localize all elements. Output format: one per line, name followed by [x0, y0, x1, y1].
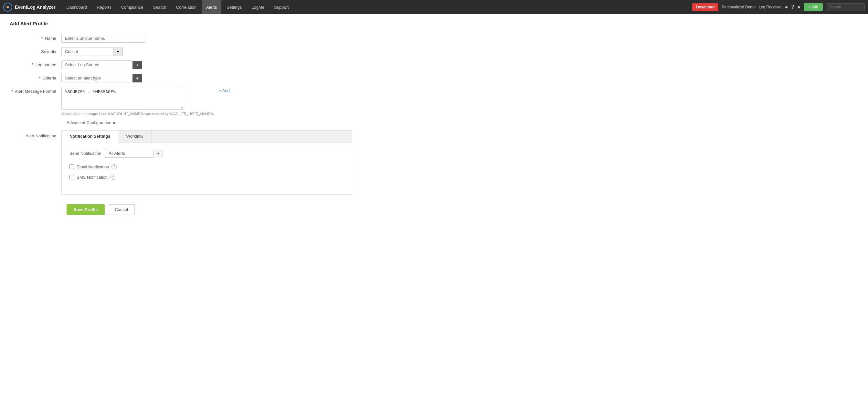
app-logo: EventLog Analyzer: [3, 3, 56, 12]
sms-notification-checkbox[interactable]: [69, 175, 74, 179]
criteria-add-button[interactable]: +: [132, 74, 142, 83]
criteria-label: * Criteria: [10, 74, 61, 81]
send-notification-dropdown-button[interactable]: ▼: [154, 150, 163, 157]
nav-item-correlation[interactable]: Correlation: [172, 0, 201, 14]
cancel-button[interactable]: Cancel: [108, 204, 134, 215]
nav-item-reports[interactable]: Reports: [92, 0, 116, 14]
nav-right-actions: Download Personalized Demo Log Receiver …: [692, 3, 865, 11]
search-input[interactable]: [826, 3, 865, 11]
send-notification-select-combo: All Alerts First Alert Only Every Alert …: [105, 149, 163, 158]
nav-item-compliance[interactable]: Compliance: [117, 0, 148, 14]
footer-buttons: Save Profile Cancel: [67, 204, 858, 215]
bell-icon[interactable]: ●: [785, 4, 788, 10]
tab-workflow[interactable]: Workflow: [118, 130, 151, 142]
personalized-demo-link[interactable]: Personalized Demo: [722, 5, 755, 9]
log-source-input[interactable]: [61, 60, 132, 69]
nav-item-settings[interactable]: Settings: [222, 0, 246, 14]
notification-tabs: Notification Settings Workflow: [62, 130, 352, 143]
nav-item-alerts[interactable]: Alerts: [202, 0, 221, 14]
name-label: * Name: [10, 34, 61, 41]
criteria-input[interactable]: [61, 74, 132, 83]
form-row-name: * Name: [10, 34, 858, 43]
email-notification-help-icon[interactable]: ?: [112, 164, 117, 169]
nav-menu: Dashboard Reports Compliance Search Corr…: [62, 0, 692, 14]
severity-select[interactable]: Critical High Medium Low: [61, 47, 113, 56]
severity-label: Severity: [10, 47, 61, 54]
required-star-log: *: [32, 62, 33, 67]
top-navigation: EventLog Analyzer Dashboard Reports Comp…: [0, 0, 868, 14]
nav-item-support[interactable]: Support: [270, 0, 293, 14]
log-source-group: +: [61, 60, 142, 69]
app-name: EventLog Analyzer: [15, 4, 56, 10]
advanced-config-arrow: ▶: [114, 121, 116, 124]
form-row-severity: Severity Critical High Medium Low ▼: [10, 47, 858, 56]
alert-msg-add-link[interactable]: + Add: [219, 88, 230, 93]
name-input[interactable]: [61, 34, 146, 43]
email-notification-row: Email Notification ?: [69, 164, 344, 169]
page-title: Add Alert Profile: [10, 21, 858, 26]
notification-panel: Notification Settings Workflow Send Noti…: [61, 130, 352, 194]
app-logo-icon: [3, 3, 12, 12]
advanced-config-toggle[interactable]: Advanced Configuration ▶: [67, 120, 858, 125]
advanced-config-label: Advanced Configuration: [67, 120, 112, 125]
svg-point-1: [7, 6, 9, 8]
required-star-alert-msg: *: [11, 89, 13, 94]
email-notification-checkbox[interactable]: [69, 164, 74, 169]
save-profile-button[interactable]: Save Profile: [67, 204, 105, 215]
download-button[interactable]: Download: [692, 3, 718, 11]
alert-msg-group: %SOURCE% : %MESSAGE% Sample Alert messag…: [61, 87, 230, 116]
email-notification-label: Email Notification: [76, 164, 109, 169]
tab-notification-settings[interactable]: Notification Settings: [62, 130, 118, 143]
alert-msg-textarea-wrapper: %SOURCE% : %MESSAGE% Sample Alert messag…: [61, 87, 214, 116]
alert-msg-label: * Alert Message Format: [10, 87, 61, 94]
log-receiver-link[interactable]: Log Receiver: [759, 5, 782, 9]
criteria-group: +: [61, 74, 142, 83]
required-star: *: [41, 36, 43, 41]
nav-item-logme[interactable]: LogMe: [247, 0, 269, 14]
alert-msg-textarea[interactable]: %SOURCE% : %MESSAGE%: [61, 87, 184, 110]
severity-dropdown-button[interactable]: ▼: [113, 48, 123, 56]
required-star-criteria: *: [39, 75, 40, 81]
notification-body: Send Notification All Alerts First Alert…: [62, 143, 352, 194]
form-row-criteria: * Criteria +: [10, 74, 858, 83]
sample-msg: Sample Alert message: User %ACCOUNT_NAME…: [61, 112, 214, 116]
add-button[interactable]: + Add: [804, 3, 823, 11]
sms-notification-row: SMS Notification ?: [69, 175, 344, 180]
log-source-label: * Log source: [10, 60, 61, 67]
nav-item-dashboard[interactable]: Dashboard: [62, 0, 92, 14]
form-row-alert-notification: Alert Notification Notification Settings…: [10, 130, 858, 194]
alert-notification-label: Alert Notification: [10, 130, 61, 138]
severity-group: Critical High Medium Low ▼: [61, 47, 123, 56]
help-icon[interactable]: ?: [791, 4, 794, 10]
send-notification-select[interactable]: All Alerts First Alert Only Every Alert: [105, 149, 154, 158]
user-icon[interactable]: ●: [797, 4, 801, 10]
log-source-add-button[interactable]: +: [132, 61, 142, 69]
form-row-alert-msg: * Alert Message Format %SOURCE% : %MESSA…: [10, 87, 858, 116]
nav-item-search[interactable]: Search: [148, 0, 170, 14]
sms-notification-label: SMS Notification: [76, 175, 107, 180]
send-notification-row: Send Notification All Alerts First Alert…: [69, 149, 344, 158]
form-row-log-source: * Log source +: [10, 60, 858, 69]
send-notification-label: Send Notification: [69, 151, 101, 156]
sms-notification-help-icon[interactable]: ?: [110, 175, 115, 180]
page-content: Add Alert Profile * Name Severity Critic…: [0, 14, 868, 393]
